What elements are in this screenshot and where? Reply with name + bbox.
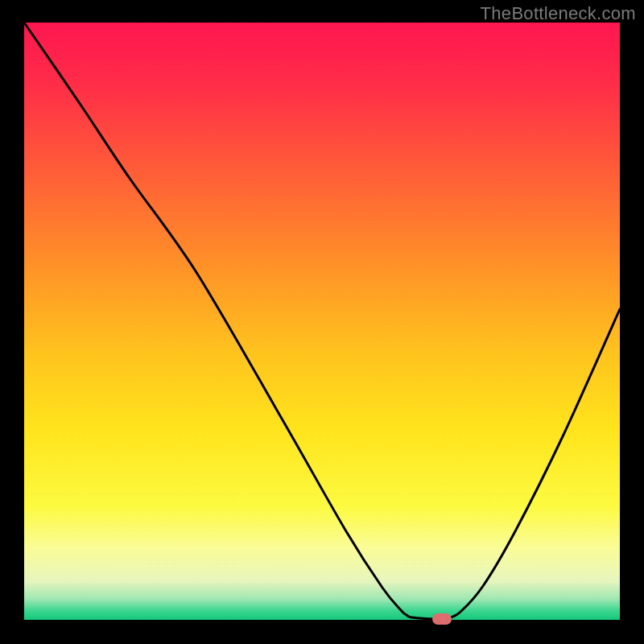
bottleneck-chart xyxy=(0,0,644,644)
chart-container: TheBottleneck.com xyxy=(0,0,644,644)
optimal-marker xyxy=(432,613,452,625)
attribution-text: TheBottleneck.com xyxy=(481,3,636,24)
plot-background xyxy=(24,23,620,620)
